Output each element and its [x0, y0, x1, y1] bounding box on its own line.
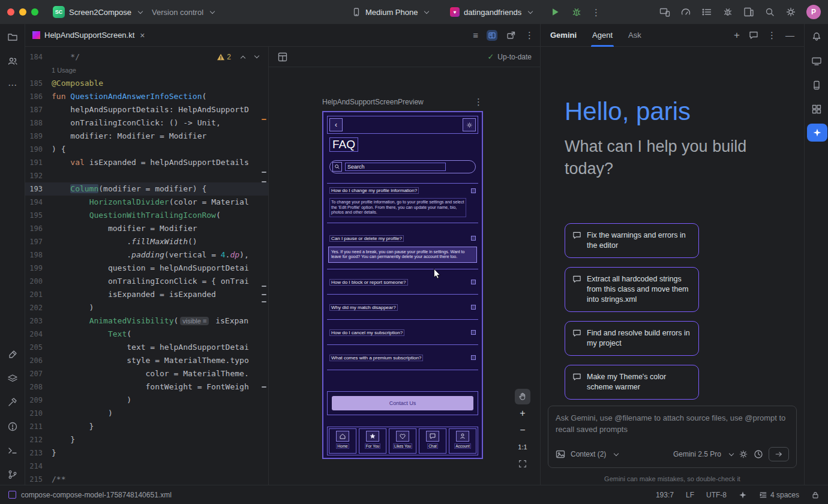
problems-icon[interactable] — [7, 421, 18, 432]
suggestion-card[interactable]: Extract all hardcoded strings from this … — [565, 267, 699, 312]
terminal-icon[interactable] — [7, 445, 18, 456]
search-icon[interactable] — [764, 7, 775, 17]
code-line[interactable]: 199 question = helpAndSupportDetai — [25, 262, 268, 275]
code-line[interactable]: 213} — [25, 446, 268, 460]
nav-item-star[interactable]: For You — [359, 428, 386, 454]
faq-item[interactable]: What comes with a premium subscription? — [323, 345, 482, 370]
run-button[interactable] — [545, 4, 565, 20]
code-line[interactable]: 214 — [25, 460, 268, 473]
new-chat-icon[interactable]: + — [734, 29, 740, 41]
code-line[interactable]: 207 color = MaterialTheme. — [25, 367, 268, 380]
model-selector[interactable]: Gemini 2.5 Pro — [673, 450, 721, 458]
code-line[interactable]: 192 — [25, 169, 268, 182]
project-selector[interactable]: SC Screen2Compose — [48, 4, 147, 20]
chat-history-icon[interactable] — [749, 31, 758, 40]
lock-icon[interactable] — [811, 491, 820, 499]
ai-spark-icon[interactable] — [739, 491, 747, 499]
design-tools-icon[interactable] — [7, 349, 18, 360]
nav-item-chat[interactable]: Chat — [419, 428, 446, 454]
faq-expand-icon[interactable] — [471, 330, 476, 335]
faq-expand-icon[interactable] — [471, 188, 476, 193]
run-configuration-selector[interactable]: ♥ datingandfriends — [445, 4, 537, 20]
faq-expand-icon[interactable] — [471, 280, 476, 284]
code-line[interactable]: 211 } — [25, 420, 268, 433]
preview-layout-icon[interactable] — [277, 52, 288, 62]
preview-menu-icon[interactable]: ⋮ — [474, 97, 483, 106]
faq-expand-icon[interactable] — [471, 355, 476, 360]
code-line[interactable]: 205 text = helpAndSupportDetai — [25, 341, 268, 354]
code-line[interactable]: 203 AnimatedVisibility(visible = isExpan — [25, 314, 268, 328]
suggestion-card[interactable]: Make my Theme's color scheme warmer — [565, 365, 699, 400]
context-selector[interactable]: Context (2) — [571, 450, 606, 458]
code-line[interactable]: 187 helpAndSupportDetails: HelpAndSuppor… — [25, 103, 268, 116]
minimize-window-button[interactable] — [19, 8, 26, 16]
search-bar[interactable]: Search — [329, 160, 476, 173]
code-line[interactable]: 201 isExpanded = isExpanded — [25, 288, 268, 301]
warning-indicator[interactable]: 2 — [217, 53, 231, 61]
device-mirroring-icon[interactable] — [659, 7, 670, 17]
resource-explorer-icon[interactable] — [811, 104, 822, 115]
history-clock-icon[interactable] — [754, 449, 763, 459]
code-line[interactable]: 189 modifier: Modifier = Modifier — [25, 130, 268, 143]
close-window-button[interactable] — [7, 8, 14, 16]
gemini-input-container[interactable]: Ask Gemini, use @filename to attach sour… — [548, 406, 797, 468]
code-line[interactable]: 202 ) — [25, 301, 268, 314]
zoom-out-button[interactable]: − — [515, 422, 530, 438]
project-folder-icon[interactable] — [7, 32, 18, 43]
previous-problem-icon[interactable] — [241, 55, 245, 60]
settings-gear-icon[interactable] — [463, 118, 476, 131]
device-manager-icon[interactable] — [743, 7, 754, 17]
faq-expand-icon[interactable] — [471, 305, 476, 310]
debug-button[interactable] — [566, 4, 587, 20]
device-selector[interactable]: Medium Phone — [347, 4, 433, 20]
caret-position[interactable]: 193:7 — [656, 491, 674, 499]
code-line[interactable]: 186fun QuestionAndAnswerInfoSection( — [25, 90, 268, 103]
tab-ask[interactable]: Ask — [628, 24, 641, 47]
contact-us-button[interactable]: Contact Us — [332, 396, 473, 410]
layout-inspector-icon[interactable] — [811, 80, 822, 91]
tab-help-and-support-screen[interactable]: HelpAndSupportScreen.kt × — [25, 24, 152, 47]
zoom-in-button[interactable]: + — [515, 406, 530, 421]
version-control-branch-icon[interactable] — [7, 469, 18, 480]
code-line[interactable]: 195 QuestionWithTrailingIconRow( — [25, 209, 268, 222]
suggestion-card[interactable]: Find and resolve build errors in my proj… — [565, 321, 699, 356]
zoom-actual-size-button[interactable]: 1:1 — [515, 439, 530, 455]
zoom-window-button[interactable] — [31, 8, 38, 16]
nav-item-person[interactable]: Account — [449, 428, 476, 454]
code-line[interactable]: 194 HorizontalDivider(color = Material — [25, 196, 268, 209]
faq-item[interactable]: How do I change my profile information?T… — [323, 184, 482, 223]
pan-hand-icon[interactable] — [515, 389, 530, 404]
code-line[interactable]: 206 style = MaterialTheme.typo — [25, 354, 268, 367]
code-line[interactable]: 196 modifier = Modifier — [25, 222, 268, 235]
code-line[interactable]: 209 ) — [25, 394, 268, 407]
kebab-menu-icon[interactable]: ⋮ — [767, 31, 776, 40]
suggestion-card[interactable]: Fix the warnings and errors in the edito… — [565, 223, 699, 258]
inspections-widget[interactable]: 2 — [214, 52, 261, 62]
code-line[interactable]: 185@Composable — [25, 77, 268, 90]
code-line[interactable]: 200 onTrailingIconClick = { onTrai — [25, 275, 268, 288]
version-control-menu[interactable]: Version control — [147, 4, 219, 20]
notifications-bell-icon[interactable] — [811, 31, 822, 42]
code-line[interactable]: 197 .fillMaxWidth() — [25, 235, 268, 248]
search-input[interactable]: Search — [345, 163, 446, 171]
faq-item[interactable]: How do I block or report someone? — [323, 269, 482, 294]
indent-widget[interactable]: 4 spaces — [759, 491, 799, 499]
profiler-icon[interactable] — [680, 7, 691, 17]
collaborators-icon[interactable] — [7, 56, 18, 67]
file-encoding[interactable]: UTF-8 — [706, 491, 727, 499]
more-actions-button[interactable]: ⋮ — [587, 4, 605, 20]
attach-image-icon[interactable] — [556, 449, 565, 459]
phone-preview[interactable]: ‹ FAQ Search How do I change my profile … — [322, 111, 483, 459]
tab-agent[interactable]: Agent — [592, 24, 613, 47]
faq-item[interactable]: Why did my match disappear? — [323, 295, 482, 319]
code-view-icon[interactable]: ≡ — [473, 30, 478, 40]
nav-item-heart[interactable]: Likes You — [389, 428, 416, 454]
code-line[interactable]: 191 val isExpanded = helpAndSupportDetai… — [25, 156, 268, 169]
code-line[interactable]: 188 onTrailingIconClick: () -> Unit, — [25, 116, 268, 130]
code-editor[interactable]: 184 */1 Usage185@Composable186fun Questi… — [25, 47, 269, 485]
zoom-to-fit-icon[interactable] — [515, 456, 530, 472]
user-avatar[interactable]: P — [806, 5, 821, 19]
code-line[interactable]: 215/** — [25, 473, 268, 485]
code-line[interactable]: 210 ) — [25, 407, 268, 420]
gemini-spark-button[interactable] — [807, 124, 827, 142]
